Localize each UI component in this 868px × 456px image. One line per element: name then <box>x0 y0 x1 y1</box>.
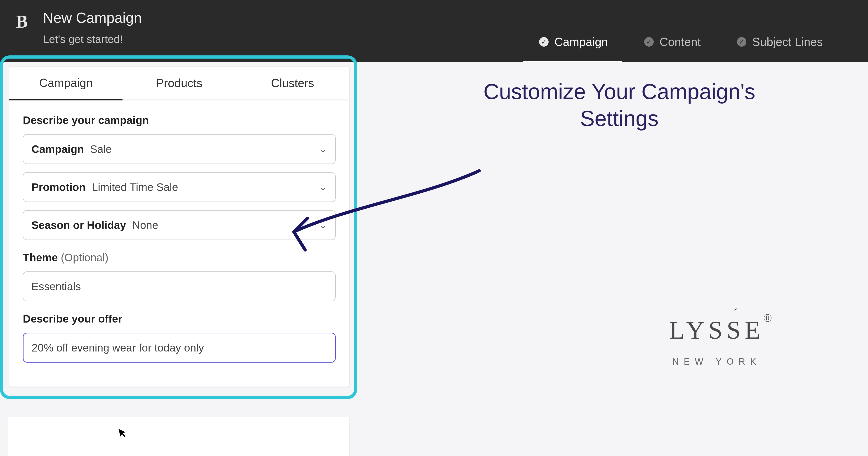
select-value: Sale <box>90 143 112 155</box>
chevron-down-icon: ⌄ <box>319 144 327 154</box>
brand-name: LYSSE ´ ® <box>669 316 764 345</box>
tab-clusters[interactable]: Clusters <box>236 66 349 101</box>
chevron-down-icon: ⌄ <box>319 220 327 230</box>
header-title-block: New Campaign Let's get started! <box>43 9 142 46</box>
brand-name-text: LYSSE <box>669 316 764 344</box>
brand-logo: LYSSE ´ ® NEW YORK <box>669 316 764 367</box>
select-value: None <box>132 219 158 231</box>
season-select[interactable]: Season or Holiday None ⌄ <box>23 210 336 240</box>
check-icon: ✓ <box>539 37 549 47</box>
offer-input[interactable]: 20% off evening wear for today only <box>23 333 336 363</box>
select-prefix: Promotion <box>31 181 86 193</box>
theme-optional-text: (Optional) <box>61 252 108 263</box>
panel-body: Describe your campaign Campaign Sale ⌄ P… <box>9 101 349 387</box>
select-value: Limited Time Sale <box>92 181 178 193</box>
offer-label: Describe your offer <box>23 313 336 325</box>
tab-campaign[interactable]: Campaign <box>9 66 123 101</box>
page-subtitle: Let's get started! <box>43 33 142 46</box>
theme-input[interactable]: Essentials <box>23 272 336 301</box>
app-root: B New Campaign Let's get started! ✓ Camp… <box>0 0 868 456</box>
offer-value: 20% off evening wear for today only <box>32 342 204 354</box>
theme-label-text: Theme <box>23 252 58 263</box>
wizard-steps: ✓ Campaign ✓ Content ✓ Subject Lines <box>535 24 827 62</box>
main-area: Campaign Products Clusters Describe your… <box>0 62 868 456</box>
chevron-down-icon: ⌄ <box>319 182 327 192</box>
brand-accent: ´ <box>734 306 742 321</box>
campaign-select[interactable]: Campaign Sale ⌄ <box>23 134 336 164</box>
step-label: Subject Lines <box>752 35 823 49</box>
check-icon: ✓ <box>737 37 746 47</box>
step-label: Campaign <box>555 35 608 49</box>
campaign-panel: Campaign Products Clusters Describe your… <box>9 66 349 387</box>
app-header: B New Campaign Let's get started! ✓ Camp… <box>0 0 868 62</box>
registered-icon: ® <box>763 311 776 324</box>
step-label: Content <box>659 35 701 49</box>
theme-label: Theme (Optional) <box>23 251 336 264</box>
brand-subtext: NEW YORK <box>669 357 764 367</box>
theme-value: Essentials <box>31 280 81 293</box>
callout-text: Customize Your Campaign's Settings <box>472 78 766 132</box>
panel-highlight: Campaign Products Clusters Describe your… <box>0 55 357 399</box>
describe-campaign-label: Describe your campaign <box>23 114 336 126</box>
page-title: New Campaign <box>43 9 142 26</box>
panel-tabs: Campaign Products Clusters <box>9 66 349 101</box>
promotion-select[interactable]: Promotion Limited Time Sale ⌄ <box>23 172 336 202</box>
select-prefix: Season or Holiday <box>31 219 126 231</box>
step-subject-lines[interactable]: ✓ Subject Lines <box>733 24 827 62</box>
step-content[interactable]: ✓ Content <box>640 24 705 62</box>
tab-products[interactable]: Products <box>123 66 236 101</box>
app-logo: B <box>16 11 28 32</box>
panel-continuation <box>8 417 349 456</box>
check-icon: ✓ <box>644 37 654 47</box>
select-prefix: Campaign <box>31 143 84 155</box>
step-campaign[interactable]: ✓ Campaign <box>535 24 613 62</box>
